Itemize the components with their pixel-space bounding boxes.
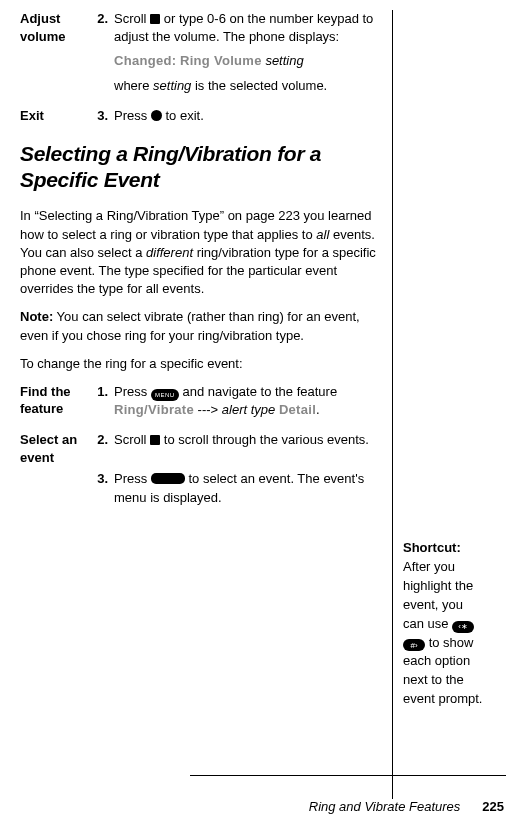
step-exit: Exit 3. Press to exit.	[20, 107, 378, 125]
step-number: 3.	[90, 107, 114, 125]
scroll-key-icon	[150, 435, 160, 445]
text: and navigate to the feature	[182, 384, 337, 399]
display-text: Changed:	[114, 53, 176, 68]
step-body: Scroll to scroll through the various eve…	[114, 431, 378, 466]
step-body: Scroll or type 0-6 on the number keypad …	[114, 10, 378, 95]
note-paragraph: Note: You can select vibrate (rather tha…	[20, 308, 378, 344]
footer-rule	[190, 775, 506, 776]
text: to scroll through the various events.	[164, 432, 369, 447]
page-number: 225	[482, 799, 504, 814]
note-label: Note:	[20, 309, 53, 324]
menu-key-icon: MENU	[151, 389, 179, 401]
text: to exit.	[165, 108, 203, 123]
scroll-key-icon	[150, 14, 160, 24]
text: Press	[114, 384, 147, 399]
text: --->	[198, 402, 219, 417]
step-number: 1.	[90, 383, 114, 419]
step-label	[20, 470, 90, 506]
shortcut-note: Shortcut: After you highlight the event,…	[403, 539, 484, 709]
paragraph: To change the ring for a specific event:	[20, 355, 378, 373]
step-adjust-volume: Adjust volume 2. Scroll or type 0-6 on t…	[20, 10, 378, 95]
step-number: 2.	[90, 10, 114, 95]
text: all	[316, 227, 329, 242]
text: alert type	[222, 402, 275, 417]
page-footer: Ring and Vibrate Features 225	[0, 799, 526, 832]
paragraph: In “Selecting a Ring/Vibration Type” on …	[20, 207, 378, 298]
step-find-feature: Find the feature 1. Press MENU and navig…	[20, 383, 378, 419]
step-body: Press to exit.	[114, 107, 378, 125]
step-label: Select an event	[20, 431, 90, 466]
text: different	[146, 245, 193, 260]
main-column: Adjust volume 2. Scroll or type 0-6 on t…	[20, 10, 392, 799]
end-key-icon	[151, 110, 162, 121]
step-label: Exit	[20, 107, 90, 125]
menu-path: Ring/Vibrate	[114, 402, 194, 417]
text: .	[316, 402, 320, 417]
menu-path: Detail	[279, 402, 316, 417]
step-select-event: Select an event 2. Scroll to scroll thro…	[20, 431, 378, 466]
text: Scroll	[114, 432, 147, 447]
text: where	[114, 78, 149, 93]
section-heading: Selecting a Ring/Vibration for a Specifi…	[20, 141, 378, 194]
text: is the selected volume.	[195, 78, 327, 93]
step-label: Adjust volume	[20, 10, 90, 95]
display-variable: setting	[265, 53, 303, 68]
step-body: Press to select an event. The event's me…	[114, 470, 378, 506]
display-text: Ring Volume	[180, 53, 262, 68]
select-key-icon	[151, 473, 185, 484]
star-key-icon: ‹∗	[452, 621, 474, 633]
text: setting	[153, 78, 191, 93]
text: Press	[114, 108, 147, 123]
hash-key-icon: #›	[403, 639, 425, 651]
step-number: 3.	[90, 470, 114, 506]
step-label: Find the feature	[20, 383, 90, 419]
text: You can select vibrate (rather than ring…	[20, 309, 360, 342]
step-body: Press MENU and navigate to the feature R…	[114, 383, 378, 419]
footer-title: Ring and Vibrate Features	[309, 799, 461, 814]
text: Scroll	[114, 11, 147, 26]
step-number: 2.	[90, 431, 114, 466]
step-press-select: 3. Press to select an event. The event's…	[20, 470, 378, 506]
text: Press	[114, 471, 147, 486]
margin-column: Shortcut: After you highlight the event,…	[392, 10, 492, 799]
shortcut-label: Shortcut:	[403, 540, 461, 555]
